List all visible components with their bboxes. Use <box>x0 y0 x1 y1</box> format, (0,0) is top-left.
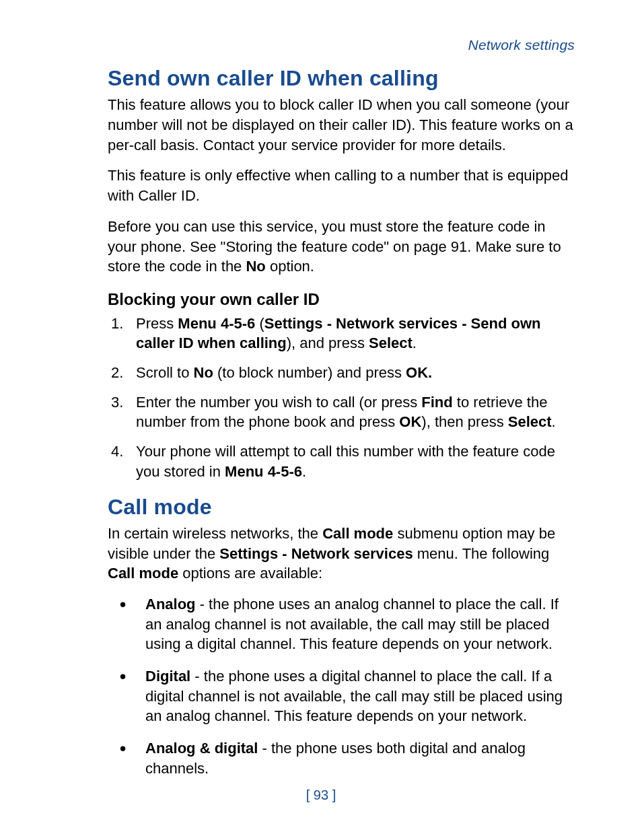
bold-text: Call mode <box>322 525 393 542</box>
text: options are available: <box>178 565 322 582</box>
step-item: Scroll to No (to block number) and press… <box>108 363 575 383</box>
running-header: Network settings <box>108 37 575 53</box>
bold-text: Menu 4-5-6 <box>225 463 302 480</box>
bold-text: OK <box>399 413 421 430</box>
bold-text: Select <box>369 335 413 351</box>
text: Before you can use this service, you mus… <box>108 218 561 275</box>
text: In certain wireless networks, the <box>108 525 322 542</box>
text: . <box>413 335 417 351</box>
bold-text: No <box>246 258 265 275</box>
paragraph: In certain wireless networks, the Call m… <box>108 524 575 584</box>
bold-text: Call mode <box>108 565 178 582</box>
paragraph: Before you can use this service, you mus… <box>108 217 575 277</box>
bold-text: Menu 4-5-6 <box>178 315 255 332</box>
bold-text: Analog & digital <box>145 740 258 757</box>
text: menu. The following <box>413 545 550 562</box>
page-number: [ 93 ] <box>0 788 642 803</box>
step-item: Your phone will attempt to call this num… <box>108 442 575 481</box>
text: (to block number) and press <box>213 364 406 381</box>
bold-text: Digital <box>145 668 190 685</box>
bold-text: Settings - Network services <box>219 545 413 562</box>
step-item: Press Menu 4-5-6 (Settings - Network ser… <box>108 314 575 353</box>
text: ), then press <box>421 413 507 430</box>
text: . <box>552 413 556 430</box>
text: - the phone uses a digital channel to pl… <box>145 668 563 724</box>
text: ( <box>255 315 264 332</box>
bullet-item: Digital - the phone uses a digital chann… <box>108 666 575 726</box>
text: Your phone will attempt to call this num… <box>136 443 555 480</box>
bullet-item: Analog - the phone uses an analog channe… <box>108 594 575 654</box>
paragraph: This feature allows you to block caller … <box>108 95 575 155</box>
step-item: Enter the number you wish to call (or pr… <box>108 392 575 432</box>
text: ), and press <box>287 335 369 351</box>
bold-text: No <box>194 364 213 381</box>
paragraph: This feature is only effective when call… <box>108 166 575 205</box>
bold-text: OK. <box>406 364 432 381</box>
text: . <box>302 463 306 480</box>
bullet-item: Analog & digital - the phone uses both d… <box>108 738 575 778</box>
page-content: Network settings Send own caller ID when… <box>0 0 642 778</box>
bold-text: Analog <box>145 596 196 612</box>
heading-send-own-caller-id: Send own caller ID when calling <box>108 65 575 91</box>
text: Enter the number you wish to call (or pr… <box>136 394 421 411</box>
text: Press <box>136 315 178 332</box>
heading-blocking-caller-id: Blocking your own caller ID <box>108 290 575 310</box>
bold-text: Find <box>421 394 452 411</box>
text: option. <box>266 258 314 275</box>
ordered-steps: Press Menu 4-5-6 (Settings - Network ser… <box>108 314 575 482</box>
text: Scroll to <box>136 364 194 381</box>
heading-call-mode: Call mode <box>108 494 575 520</box>
text: - the phone uses an analog channel to pl… <box>145 596 559 652</box>
bullet-list: Analog - the phone uses an analog channe… <box>108 594 575 779</box>
bold-text: Select <box>508 413 552 430</box>
